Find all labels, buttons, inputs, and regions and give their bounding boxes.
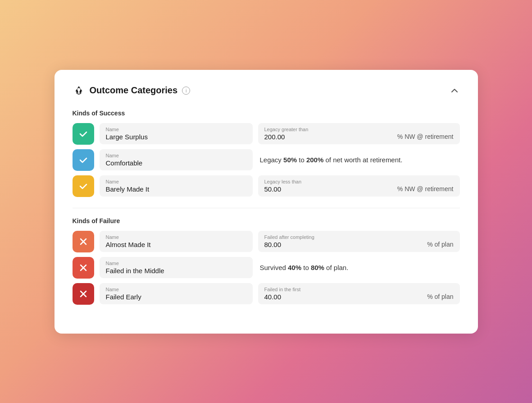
large-surplus-name-field: Name Large Surplus — [100, 123, 253, 144]
failed-early-desc-label: Failed in the first — [264, 287, 454, 292]
header-left: Outcome Categories i — [73, 84, 191, 97]
comfortable-desc-inline: Legacy 50% to 200% of net worth at retir… — [258, 156, 460, 164]
failed-middle-desc-inline: Survived 40% to 80% of plan. — [258, 264, 460, 271]
name-label: Name — [106, 287, 246, 292]
comfortable-name-value: Comfortable — [106, 159, 246, 167]
name-label: Name — [106, 179, 246, 184]
large-surplus-suffix: % NW @ retirement — [397, 133, 454, 140]
x-icon — [78, 263, 88, 273]
failed-middle-bold2: 80% — [311, 264, 324, 271]
collapse-button[interactable] — [449, 85, 460, 96]
section-divider — [73, 208, 460, 208]
large-surplus-desc-value: 200.00 % NW @ retirement — [264, 133, 454, 141]
list-item: Name Failed in the Middle Survived 40% t… — [73, 257, 460, 279]
failed-early-suffix: % of plan — [427, 293, 453, 300]
large-surplus-desc-label: Legacy greater than — [264, 127, 454, 132]
list-item: Name Comfortable Legacy 50% to 200% of n… — [73, 149, 460, 171]
comfortable-bold2: 200% — [306, 156, 323, 164]
success-section-title: Kinds of Success — [73, 110, 460, 117]
comfortable-name-field: Name Comfortable — [100, 149, 253, 170]
name-label: Name — [106, 153, 246, 158]
barely-made-it-suffix: % NW @ retirement — [397, 185, 454, 192]
success-section: Kinds of Success Name Large Surplus Lega… — [73, 110, 460, 197]
failed-early-name-value: Failed Early — [106, 293, 246, 301]
barely-made-it-badge — [73, 175, 94, 197]
name-label: Name — [106, 127, 246, 132]
large-surplus-badge — [73, 123, 94, 145]
comfortable-bold1: 50% — [282, 156, 297, 164]
barely-made-it-desc-label: Legacy less than — [264, 179, 454, 184]
card-header: Outcome Categories i — [73, 84, 460, 97]
list-item: Name Large Surplus Legacy greater than 2… — [73, 123, 460, 145]
failed-middle-name-field: Name Failed in the Middle — [100, 257, 253, 278]
failed-middle-badge — [73, 257, 94, 279]
list-item: Name Barely Made It Legacy less than 50.… — [73, 175, 460, 197]
failed-early-badge — [73, 283, 94, 305]
x-icon — [78, 237, 88, 247]
failed-middle-name-value: Failed in the Middle — [106, 267, 246, 275]
almost-made-it-desc-label: Failed after completing — [264, 234, 454, 240]
name-label: Name — [106, 234, 246, 240]
barely-made-it-desc-field: Legacy less than 50.00 % NW @ retirement — [258, 175, 460, 197]
check-icon — [78, 181, 88, 191]
almost-made-it-badge — [73, 231, 94, 252]
comfortable-badge — [73, 149, 94, 171]
list-item: Name Almost Made It Failed after complet… — [73, 231, 460, 252]
failure-section-title: Kinds of Failure — [73, 217, 460, 224]
list-item: Name Failed Early Failed in the first 40… — [73, 283, 460, 305]
outcome-categories-card: Outcome Categories i Kinds of Success Na… — [55, 70, 478, 334]
failure-section: Kinds of Failure Name Almost Made It Fai… — [73, 217, 460, 305]
almost-made-it-desc-field: Failed after completing 80.00 % of plan — [258, 231, 460, 252]
almost-made-it-suffix: % of plan — [427, 241, 453, 248]
card-title: Outcome Categories — [90, 85, 178, 96]
large-surplus-number: 200.00 — [264, 133, 285, 141]
barely-made-it-name-value: Barely Made It — [106, 185, 246, 193]
failed-early-number: 40.00 — [264, 293, 282, 301]
failed-early-desc-value: 40.00 % of plan — [264, 293, 454, 301]
large-surplus-name-value: Large Surplus — [106, 133, 246, 141]
almost-made-it-number: 80.00 — [264, 241, 282, 248]
check-icon — [78, 155, 88, 165]
almost-made-it-name-field: Name Almost Made It — [100, 231, 253, 252]
failed-early-desc-field: Failed in the first 40.00 % of plan — [258, 283, 460, 304]
failed-early-name-field: Name Failed Early — [100, 283, 253, 304]
x-icon — [78, 289, 88, 299]
name-label: Name — [106, 261, 246, 266]
app-logo-icon — [73, 84, 85, 97]
large-surplus-desc-field: Legacy greater than 200.00 % NW @ retire… — [258, 123, 460, 144]
info-icon[interactable]: i — [182, 87, 190, 95]
almost-made-it-name-value: Almost Made It — [106, 241, 246, 248]
barely-made-it-desc-value: 50.00 % NW @ retirement — [264, 185, 454, 193]
failed-middle-bold1: 40% — [286, 264, 301, 271]
check-icon — [78, 129, 88, 139]
barely-made-it-number: 50.00 — [264, 185, 282, 193]
almost-made-it-desc-value: 80.00 % of plan — [264, 241, 454, 248]
barely-made-it-name-field: Name Barely Made It — [100, 175, 253, 197]
